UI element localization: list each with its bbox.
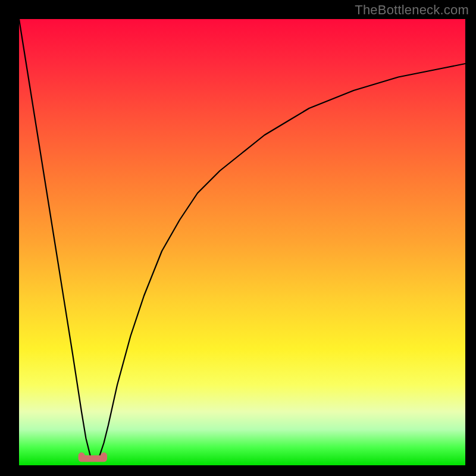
chart-svg	[19, 19, 465, 465]
plot-area	[19, 19, 465, 465]
bottleneck-curve	[19, 19, 465, 461]
watermark-text: TheBottleneck.com	[355, 2, 469, 18]
min-bracket-marker	[82, 456, 104, 459]
chart-frame: TheBottleneck.com	[0, 0, 476, 476]
